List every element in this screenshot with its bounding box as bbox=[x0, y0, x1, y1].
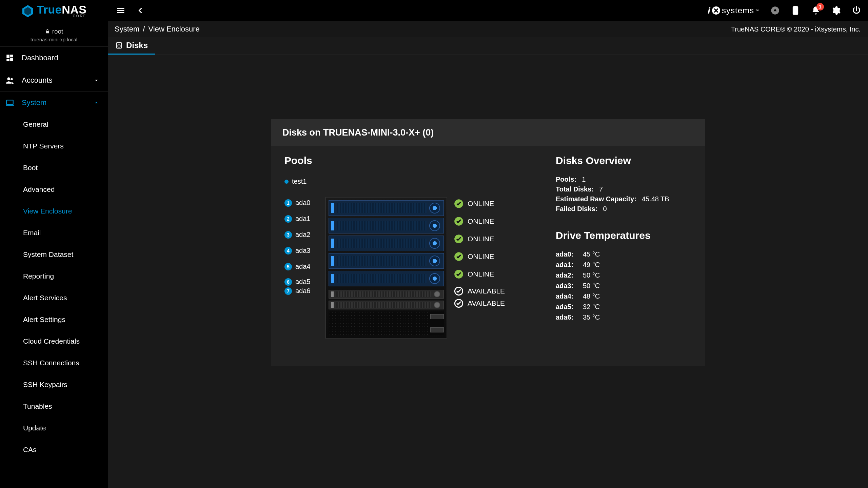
breadcrumb-sep: / bbox=[143, 25, 145, 34]
nav-sub-general[interactable]: General bbox=[0, 114, 108, 135]
disk-id: ada0 bbox=[295, 199, 311, 207]
nav-sub-system-dataset[interactable]: System Dataset bbox=[0, 244, 108, 265]
notifications-icon[interactable]: 1 bbox=[810, 5, 821, 16]
temp-disk: ada0: bbox=[556, 250, 583, 258]
truecommand-icon[interactable] bbox=[770, 5, 781, 16]
user-box: root truenas-mini-xp.local bbox=[0, 21, 108, 46]
temp-value: 45 °C bbox=[583, 250, 600, 258]
nav-sub-ssh-connections[interactable]: SSH Connections bbox=[0, 352, 108, 374]
disk-id: ada1 bbox=[295, 215, 311, 223]
nav-sub-alert-services[interactable]: Alert Services bbox=[0, 287, 108, 309]
disk-id: ada5 bbox=[295, 278, 311, 286]
disk-number-badge: 6 bbox=[284, 278, 292, 286]
menu-toggle-icon[interactable] bbox=[114, 4, 127, 17]
temp-row: ada2:50 °C bbox=[556, 271, 691, 279]
drive-bay[interactable] bbox=[329, 301, 444, 309]
overview-value: 45.48 TB bbox=[642, 195, 669, 203]
disk-label[interactable]: 5ada4 bbox=[284, 263, 318, 270]
overview-key: Failed Disks: bbox=[556, 205, 597, 213]
nav-sub-cas[interactable]: CAs bbox=[0, 439, 108, 461]
temp-disk: ada1: bbox=[556, 261, 583, 269]
nav-sub-boot[interactable]: Boot bbox=[0, 157, 108, 179]
status-text: ONLINE bbox=[468, 200, 494, 208]
overview-value: 0 bbox=[603, 205, 607, 213]
nav-accounts[interactable]: Accounts bbox=[0, 69, 108, 91]
disk-icon bbox=[115, 42, 123, 49]
card-title: Disks on TRUENAS-MINI-3.0-X+ (0) bbox=[271, 119, 705, 146]
logo-icon bbox=[21, 4, 35, 17]
overview-row: Total Disks:7 bbox=[556, 185, 691, 193]
svg-point-8 bbox=[119, 46, 119, 46]
disk-number-badge: 4 bbox=[284, 247, 292, 255]
check-outline-icon bbox=[454, 299, 463, 308]
ixsystems-logo[interactable]: i systems™ bbox=[708, 5, 759, 16]
logo[interactable]: TrueNAS CORE bbox=[0, 0, 108, 21]
disk-status: AVAILABLE bbox=[454, 286, 535, 296]
disk-label[interactable]: 3ada2 bbox=[284, 231, 318, 239]
overview-key: Estimated Raw Capacity: bbox=[556, 195, 636, 203]
nav-sub-update[interactable]: Update bbox=[0, 417, 108, 439]
nav-sub-reporting[interactable]: Reporting bbox=[0, 265, 108, 287]
pool-item[interactable]: test1 bbox=[284, 176, 542, 187]
drive-bay[interactable] bbox=[329, 290, 444, 299]
temp-disk: ada2: bbox=[556, 271, 583, 279]
nav-system[interactable]: System bbox=[0, 91, 108, 114]
nav-sub-alert-settings[interactable]: Alert Settings bbox=[0, 309, 108, 330]
disk-id: ada4 bbox=[295, 263, 311, 270]
logo-text-blue: True bbox=[37, 3, 62, 16]
status-text: AVAILABLE bbox=[468, 287, 505, 295]
nav-sub-ntp-servers[interactable]: NTP Servers bbox=[0, 135, 108, 157]
temp-value: 48 °C bbox=[583, 292, 600, 300]
check-circle-icon bbox=[454, 199, 463, 208]
svg-rect-4 bbox=[793, 6, 798, 14]
breadcrumb-root[interactable]: System bbox=[115, 25, 139, 34]
disk-label[interactable]: 7ada6 bbox=[284, 287, 318, 295]
disk-id: ada3 bbox=[295, 247, 311, 255]
settings-icon[interactable] bbox=[831, 5, 842, 16]
disk-status: ONLINE bbox=[454, 269, 535, 279]
pool-dot-icon bbox=[284, 180, 289, 184]
disk-label[interactable]: 4ada3 bbox=[284, 247, 318, 255]
nav-label: Dashboard bbox=[22, 54, 58, 62]
nav-sub-view-enclosure[interactable]: View Enclosure bbox=[0, 200, 108, 222]
drive-bay[interactable] bbox=[329, 253, 444, 269]
back-icon[interactable] bbox=[134, 4, 147, 17]
nav-sub-cloud-credentials[interactable]: Cloud Credentials bbox=[0, 330, 108, 352]
power-icon[interactable] bbox=[851, 5, 862, 16]
status-text: ONLINE bbox=[468, 270, 494, 278]
check-circle-icon bbox=[454, 269, 463, 279]
overview-value: 1 bbox=[582, 176, 586, 183]
temp-row: ada4:48 °C bbox=[556, 292, 691, 300]
tab-label: Disks bbox=[126, 41, 148, 50]
drive-bay[interactable] bbox=[329, 271, 444, 286]
disk-label[interactable]: 6ada5 bbox=[284, 278, 318, 286]
nav-sub-ssh-keypairs[interactable]: SSH Keypairs bbox=[0, 374, 108, 395]
clipboard-icon[interactable] bbox=[790, 5, 801, 16]
overview-row: Failed Disks:0 bbox=[556, 205, 691, 213]
drive-bay[interactable] bbox=[329, 218, 444, 233]
chevron-down-icon bbox=[93, 77, 100, 84]
tabbar: Disks bbox=[0, 37, 868, 55]
disk-status: ONLINE bbox=[454, 217, 535, 226]
nav-sub-tunables[interactable]: Tunables bbox=[0, 395, 108, 417]
temp-disk: ada4: bbox=[556, 292, 583, 300]
status-text: ONLINE bbox=[468, 235, 494, 243]
nav-sub-email[interactable]: Email bbox=[0, 222, 108, 244]
svg-point-9 bbox=[7, 77, 10, 80]
temp-value: 50 °C bbox=[583, 271, 600, 279]
disk-number-badge: 1 bbox=[284, 199, 292, 207]
disk-label[interactable]: 2ada1 bbox=[284, 215, 318, 223]
check-circle-icon bbox=[454, 252, 463, 261]
nav-dashboard[interactable]: Dashboard bbox=[0, 46, 108, 69]
disk-label[interactable]: 1ada0 bbox=[284, 199, 318, 207]
sidebar: root truenas-mini-xp.local Dashboard Acc… bbox=[0, 21, 108, 488]
accounts-icon bbox=[5, 76, 14, 85]
nav-sub-advanced[interactable]: Advanced bbox=[0, 179, 108, 200]
overview-key: Pools: bbox=[556, 176, 576, 183]
tab-disks[interactable]: Disks bbox=[108, 37, 155, 55]
drive-bay[interactable] bbox=[329, 236, 444, 251]
drive-bay[interactable] bbox=[329, 200, 444, 216]
notification-badge: 1 bbox=[816, 3, 824, 11]
nav-label: Accounts bbox=[22, 76, 53, 85]
temp-row: ada1:49 °C bbox=[556, 261, 691, 269]
